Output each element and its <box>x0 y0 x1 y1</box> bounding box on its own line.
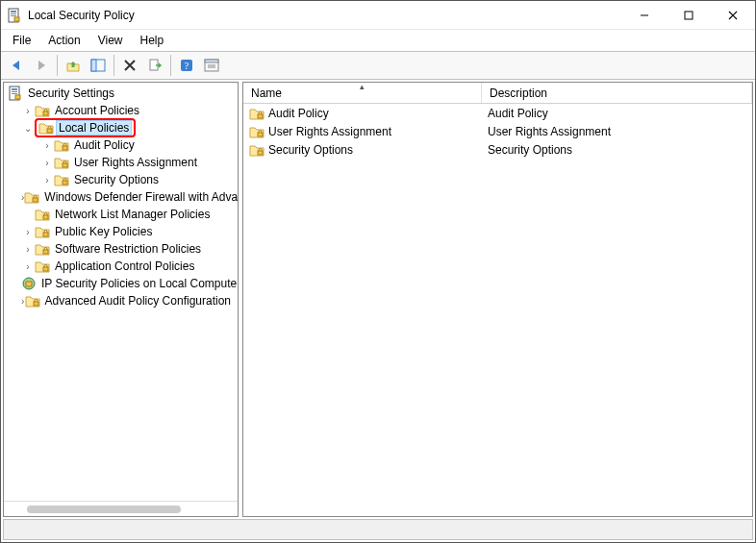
folder-lock-icon <box>54 137 69 153</box>
window-controls <box>622 1 755 29</box>
tree-item-application-control-policies[interactable]: › Application Control Policies <box>4 258 238 275</box>
list-cell-description: Security Options <box>488 143 572 157</box>
tree-root-label: Security Settings <box>25 86 117 101</box>
list-row[interactable]: User Rights Assignment User Rights Assig… <box>243 122 752 140</box>
selection-highlight: Local Policies <box>35 118 136 137</box>
scrollbar-thumb[interactable] <box>27 506 181 513</box>
folder-lock-icon <box>35 103 50 118</box>
titlebar: Local Security Policy <box>1 1 755 30</box>
folder-lock-icon <box>249 142 265 158</box>
expander-icon[interactable]: › <box>40 138 54 152</box>
folder-lock-icon <box>54 155 69 170</box>
tree-item-audit-policy[interactable]: › Audit Policy <box>4 136 238 154</box>
folder-lock-icon <box>35 207 50 222</box>
tree-item-label: IP Security Policies on Local Computer <box>38 276 238 291</box>
list-cell-description: Audit Policy <box>488 107 548 120</box>
window-title: Local Security Policy <box>28 9 135 22</box>
list-body[interactable]: Audit Policy Audit Policy User Rights As… <box>243 104 752 516</box>
menu-action[interactable]: Action <box>40 32 88 49</box>
menu-help[interactable]: Help <box>133 32 172 49</box>
folder-lock-icon <box>25 293 40 309</box>
body-area: Security Settings › Account Policies ⌄ L… <box>1 80 755 519</box>
back-button[interactable] <box>5 54 28 77</box>
folder-lock-icon <box>38 120 54 136</box>
tree-item-network-list-manager[interactable]: Network List Manager Policies <box>4 206 238 223</box>
expander-icon[interactable]: ⌄ <box>21 121 35 135</box>
expander-icon[interactable]: › <box>21 225 35 238</box>
svg-rect-8 <box>685 12 693 19</box>
security-settings-icon <box>8 86 23 101</box>
folder-lock-icon <box>35 224 50 239</box>
tree[interactable]: Security Settings › Account Policies ⌄ L… <box>4 83 238 501</box>
tree-item-windows-defender-firewall[interactable]: › Windows Defender Firewall with Advance… <box>4 188 238 206</box>
expander-spacer <box>21 208 35 221</box>
list-cell-name: Security Options <box>268 143 353 157</box>
sort-ascending-icon: ▴ <box>360 82 365 91</box>
ipsec-icon <box>21 276 37 291</box>
expander-icon[interactable]: › <box>40 173 54 186</box>
properties-button[interactable] <box>200 54 223 77</box>
tree-item-public-key-policies[interactable]: › Public Key Policies <box>4 223 238 240</box>
tree-item-label: Account Policies <box>52 103 142 118</box>
tree-item-local-policies[interactable]: ⌄ Local Policies <box>4 119 238 136</box>
folder-lock-icon <box>54 172 69 187</box>
expander-icon[interactable]: › <box>21 242 35 256</box>
column-header-name[interactable]: Name ▴ <box>243 83 482 103</box>
close-button[interactable] <box>711 1 755 29</box>
maximize-button[interactable] <box>667 1 711 29</box>
list-header: Name ▴ Description <box>243 83 752 104</box>
column-header-description[interactable]: Description <box>482 83 752 103</box>
folder-lock-icon <box>35 259 50 274</box>
list-row[interactable]: Security Options Security Options <box>243 140 752 159</box>
list-row[interactable]: Audit Policy Audit Policy <box>243 104 752 122</box>
menu-file[interactable]: File <box>5 32 38 49</box>
delete-button[interactable] <box>118 54 141 77</box>
svg-text:?: ? <box>185 61 189 71</box>
export-button[interactable] <box>143 54 166 77</box>
menu-view[interactable]: View <box>90 32 131 49</box>
horizontal-scrollbar[interactable] <box>4 501 238 516</box>
tree-item-label: Network List Manager Policies <box>52 207 213 222</box>
list-cell-name: Audit Policy <box>268 107 329 120</box>
minimize-button[interactable] <box>622 1 667 29</box>
tree-item-advanced-audit-policy[interactable]: › Advanced Audit Policy Configuration <box>4 292 238 309</box>
svg-rect-10 <box>91 60 96 71</box>
show-hide-tree-button[interactable] <box>87 54 110 77</box>
tree-item-label: Public Key Policies <box>52 224 155 239</box>
toolbar-separator <box>170 55 171 76</box>
tree-item-label: Software Restriction Policies <box>52 241 204 257</box>
expander-icon[interactable]: › <box>21 104 35 117</box>
column-header-label: Name <box>251 86 282 100</box>
menubar: File Action View Help <box>1 30 755 51</box>
svg-rect-15 <box>205 60 218 62</box>
list-pane: Name ▴ Description Audit Policy Audit Po… <box>242 82 753 517</box>
up-level-button[interactable] <box>62 54 85 77</box>
toolbar-separator <box>57 55 58 76</box>
folder-lock-icon <box>35 241 50 257</box>
tree-item-software-restriction-policies[interactable]: › Software Restriction Policies <box>4 240 238 258</box>
statusbar <box>3 519 753 540</box>
forward-button[interactable] <box>30 54 53 77</box>
folder-lock-icon <box>249 124 265 139</box>
tree-item-account-policies[interactable]: › Account Policies <box>4 102 238 119</box>
help-button[interactable]: ? <box>175 54 198 77</box>
list-cell-description: User Rights Assignment <box>488 125 611 138</box>
folder-lock-icon <box>249 106 265 121</box>
tree-item-user-rights-assignment[interactable]: › User Rights Assignment <box>4 154 238 171</box>
toolbar-separator <box>113 55 114 76</box>
expander-icon[interactable]: › <box>40 156 54 169</box>
folder-lock-icon <box>24 189 39 205</box>
tree-pane: Security Settings › Account Policies ⌄ L… <box>3 82 239 517</box>
expander-icon[interactable]: › <box>21 259 35 273</box>
column-header-label: Description <box>490 86 547 100</box>
tree-item-ip-security-policies[interactable]: IP Security Policies on Local Computer <box>4 275 238 292</box>
tree-item-label: Security Options <box>71 172 162 187</box>
tree-item-label: Audit Policy <box>71 137 138 153</box>
app-icon <box>7 8 22 23</box>
tree-item-security-options[interactable]: › Security Options <box>4 171 238 188</box>
tree-root[interactable]: Security Settings <box>4 85 238 102</box>
tree-item-label: User Rights Assignment <box>71 155 200 170</box>
tree-item-label: Application Control Policies <box>52 259 197 274</box>
tree-item-label: Advanced Audit Policy Configuration <box>42 293 234 309</box>
toolbar: ? <box>1 51 755 80</box>
